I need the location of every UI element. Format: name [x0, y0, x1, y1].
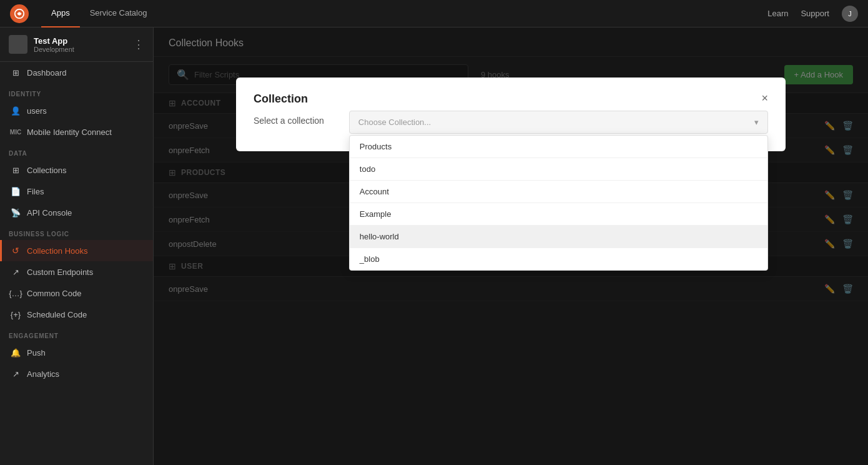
collection-modal: Collection × Select a collection Choose … — [236, 78, 786, 151]
collection-dropdown-container: Choose Collection... ▾ Products todo Acc… — [349, 111, 768, 134]
sidebar-label-custom-endpoints: Custom Endpoints — [27, 268, 93, 277]
hook-icon: ↺ — [11, 246, 21, 256]
dropdown-option-products[interactable]: Products — [350, 136, 767, 158]
modal-overlay[interactable]: Collection × Select a collection Choose … — [154, 28, 868, 465]
section-data: DATA — [0, 142, 153, 159]
sidebar-label-scheduled-code: Scheduled Code — [27, 310, 87, 319]
sidebar-item-dashboard[interactable]: ⊞ Dashboard — [0, 62, 153, 83]
sidebar-label-collections: Collections — [27, 166, 67, 175]
dropdown-placeholder: Choose Collection... — [358, 118, 431, 127]
sidebar-item-files[interactable]: 📄 Files — [0, 181, 153, 202]
sidebar-label-analytics: Analytics — [27, 369, 59, 379]
dropdown-option-todo[interactable]: todo — [350, 158, 767, 181]
sidebar-label-dashboard: Dashboard — [27, 68, 67, 78]
sidebar-label-users: users — [27, 106, 47, 116]
app-env: Development — [34, 46, 127, 53]
content-area: Collection Hooks 🔍 9 hooks + Add a Hook … — [154, 28, 868, 465]
sidebar-item-common-code[interactable]: {…} Common Code — [0, 282, 153, 304]
sidebar-item-custom-endpoints[interactable]: ↗ Custom Endpoints — [0, 261, 153, 282]
app-info: Test App Development — [34, 36, 127, 53]
section-identity: IDENTITY — [0, 83, 153, 100]
endpoint-icon: ↗ — [11, 267, 21, 277]
sidebar-item-analytics[interactable]: ↗ Analytics — [0, 363, 153, 384]
top-nav-tabs: Apps Service Catalog — [41, 0, 157, 28]
section-engagement: ENGAGEMENT — [0, 325, 153, 342]
analytics-icon: ↗ — [11, 369, 21, 379]
schedule-icon: {+} — [11, 309, 21, 319]
dropdown-option-blob[interactable]: _blob — [350, 248, 767, 270]
modal-header: Collection × — [236, 78, 786, 111]
collection-dropdown-trigger[interactable]: Choose Collection... ▾ — [349, 111, 768, 134]
sidebar-label-files: Files — [27, 187, 44, 196]
learn-link[interactable]: Learn — [767, 9, 788, 18]
sidebar-label-api-console: API Console — [27, 208, 72, 218]
mic-icon: MIC — [11, 127, 21, 137]
file-icon: 📄 — [11, 186, 21, 196]
top-nav: Apps Service Catalog Learn Support J — [0, 0, 868, 28]
sidebar-label-common-code: Common Code — [27, 289, 81, 298]
dropdown-option-hello-world[interactable]: hello-world — [350, 226, 767, 248]
sidebar-item-scheduled-code[interactable]: {+} Scheduled Code — [0, 304, 153, 325]
top-nav-right: Learn Support J — [767, 6, 858, 22]
app-name: Test App — [34, 36, 127, 46]
push-icon: 🔔 — [11, 348, 21, 358]
sidebar-item-mobile-identity[interactable]: MIC Mobile Identity Connect — [0, 121, 153, 142]
sidebar-item-api-console[interactable]: 📡 API Console — [0, 202, 153, 223]
modal-body: Select a collection Choose Collection...… — [236, 111, 786, 151]
sidebar-app-header: Test App Development ⋮ — [0, 28, 153, 62]
chevron-down-icon: ▾ — [754, 118, 759, 127]
tab-apps[interactable]: Apps — [41, 0, 80, 28]
table-icon: ⊞ — [11, 165, 21, 175]
sidebar-item-collection-hooks[interactable]: ↺ Collection Hooks — [0, 240, 153, 261]
support-link[interactable]: Support — [801, 9, 829, 18]
section-business-logic: BUSINESS LOGIC — [0, 223, 153, 240]
sidebar-label-mobile-identity: Mobile Identity Connect — [27, 128, 112, 137]
app-menu-icon[interactable]: ⋮ — [133, 38, 144, 51]
user-icon: 👤 — [11, 106, 21, 116]
collection-dropdown-list: Products todo Account Example hello-worl… — [349, 135, 768, 271]
sidebar-item-collections[interactable]: ⊞ Collections — [0, 159, 153, 181]
sidebar-item-users[interactable]: 👤 users — [0, 100, 153, 121]
app-logo — [10, 4, 29, 23]
grid-icon: ⊞ — [11, 68, 21, 78]
sidebar-item-push[interactable]: 🔔 Push — [0, 342, 153, 363]
modal-subtitle: Select a collection — [254, 116, 324, 126]
user-avatar[interactable]: J — [842, 6, 858, 22]
tab-service-catalog[interactable]: Service Catalog — [80, 0, 157, 28]
code-icon: {…} — [11, 288, 21, 298]
sidebar: Test App Development ⋮ ⊞ Dashboard IDENT… — [0, 28, 154, 465]
sidebar-label-collection-hooks: Collection Hooks — [27, 246, 88, 256]
api-icon: 📡 — [11, 208, 21, 218]
modal-title: Collection — [254, 92, 308, 106]
sidebar-label-push: Push — [27, 348, 46, 358]
app-icon — [9, 35, 27, 54]
dropdown-option-example[interactable]: Example — [350, 203, 767, 226]
main-layout: Test App Development ⋮ ⊞ Dashboard IDENT… — [0, 28, 868, 465]
modal-close-button[interactable]: × — [761, 92, 768, 104]
dropdown-option-account[interactable]: Account — [350, 181, 767, 203]
